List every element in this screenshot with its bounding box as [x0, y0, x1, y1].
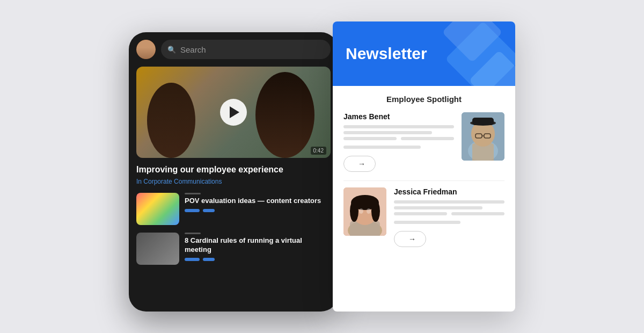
text-line: [394, 221, 460, 224]
list-item[interactable]: POV evaluation ideas — content creators: [136, 193, 331, 225]
category-bar: [185, 233, 201, 234]
play-button[interactable]: [220, 99, 247, 126]
figure-right: [255, 72, 314, 158]
svg-point-15: [350, 200, 358, 222]
hero-card[interactable]: 0:42: [136, 67, 331, 158]
text-line: [394, 206, 482, 209]
text-line: [401, 137, 454, 140]
text-line-group: [394, 212, 504, 218]
text-line: [394, 200, 504, 204]
section-title: Employee Spotlight: [343, 95, 504, 104]
person-photo-jessica: [343, 187, 386, 236]
text-line: [451, 212, 504, 215]
arrow-icon: →: [358, 160, 365, 168]
spotlight-content: Jessica Friedman →: [394, 187, 504, 247]
list-content: 8 Cardinal rules of running a virtual me…: [185, 233, 331, 261]
svg-point-17: [359, 208, 363, 214]
tag-2: [203, 209, 215, 212]
tag-row: [185, 209, 331, 212]
arrow-icon: →: [408, 235, 416, 243]
video-timestamp: 0:42: [311, 147, 326, 155]
list-title: POV evaluation ideas — content creators: [185, 197, 331, 206]
divider: [343, 180, 504, 181]
svg-point-18: [367, 208, 371, 214]
svg-rect-5: [472, 118, 494, 125]
figure-left: [147, 83, 195, 158]
newsletter-title: Newsletter: [346, 45, 427, 63]
thumbnail-cardinal: [136, 233, 179, 265]
hero-image: 0:42: [136, 67, 331, 158]
tag-1: [185, 209, 200, 212]
spotlight-content: James Benet →: [343, 112, 454, 172]
spotlight-item-james: James Benet →: [343, 112, 504, 172]
hero-title: Improving our employee experience: [136, 164, 331, 176]
newsletter-header: Newsletter: [333, 21, 515, 86]
read-more-button[interactable]: →: [394, 231, 426, 247]
svg-point-16: [371, 200, 380, 222]
newsletter-body: Employee Spotlight James Benet →: [333, 86, 515, 264]
list-item[interactable]: 8 Cardinal rules of running a virtual me…: [136, 233, 331, 265]
tag-2: [203, 258, 215, 261]
category-bar: [185, 193, 201, 194]
mobile-phone: 🔍 Search 0:42 Improving our employee exp…: [129, 32, 338, 312]
phone-header: 🔍 Search: [136, 40, 331, 59]
search-placeholder: Search: [180, 45, 206, 54]
text-line: [343, 146, 421, 149]
text-line: [343, 131, 432, 134]
play-icon: [230, 106, 239, 118]
tag-1: [185, 258, 200, 261]
person-name: Jessica Friedman: [394, 187, 504, 196]
search-icon: 🔍: [167, 46, 176, 54]
hero-category: In Corporate Communications: [136, 178, 331, 185]
search-bar[interactable]: 🔍 Search: [161, 40, 331, 59]
text-line-group: [343, 137, 454, 143]
tag-row: [185, 258, 331, 261]
list-content: POV evaluation ideas — content creators: [185, 193, 331, 212]
thumbnail-pov: [136, 193, 179, 225]
text-line: [343, 125, 454, 128]
text-line: [343, 137, 397, 140]
newsletter-panel: Newsletter Employee Spotlight James Bene…: [333, 21, 515, 312]
read-more-button[interactable]: →: [343, 156, 376, 172]
text-line: [394, 212, 447, 215]
avatar[interactable]: [136, 40, 156, 59]
person-name: James Benet: [343, 112, 454, 121]
person-photo-james: [462, 112, 504, 161]
list-title: 8 Cardinal rules of running a virtual me…: [185, 236, 331, 255]
spotlight-item-jessica: Jessica Friedman →: [343, 187, 504, 247]
